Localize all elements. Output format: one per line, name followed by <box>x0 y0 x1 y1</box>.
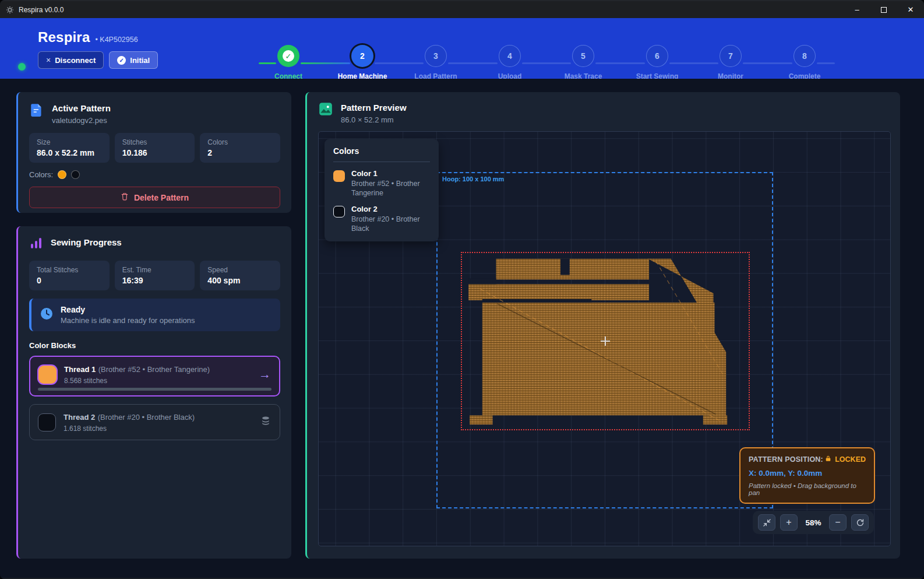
color-dot-black <box>71 170 80 179</box>
legend-title: Colors <box>333 146 430 162</box>
app-window: Respira v0.0.0 – ✕ Respira • K4P502956 ×… <box>0 0 924 579</box>
thread-row-1[interactable]: Thread 1 (Brother #52 • Brother Tangerin… <box>29 356 280 396</box>
reset-view-button[interactable] <box>851 514 869 531</box>
minimize-button[interactable]: – <box>844 1 870 18</box>
pattern-filename: valetudogv2.pes <box>52 116 111 125</box>
step-complete-circle: 8 <box>793 45 816 67</box>
step-mask-trace-circle: 5 <box>572 45 594 67</box>
file-icon <box>29 102 44 120</box>
pattern-position-label: PATTERN POSITION: <box>749 455 823 464</box>
app-header: Respira • K4P502956 × Disconnect ✓ Initi… <box>0 18 924 79</box>
titlebar: Respira v0.0.0 – ✕ <box>0 1 924 18</box>
step-home-machine[interactable]: 2 Home Machine <box>326 45 399 80</box>
bar-chart-icon <box>29 236 43 252</box>
hoop-label: Hoop: 100 x 100 mm <box>442 176 504 183</box>
active-pattern-title: Active Pattern <box>52 102 111 113</box>
image-icon <box>318 101 333 119</box>
arrow-right-icon: → <box>259 367 271 381</box>
pattern-preview-title: Pattern Preview <box>341 101 407 113</box>
step-upload[interactable]: 4 Upload <box>473 45 546 80</box>
connection-status-dot <box>18 63 26 71</box>
pattern-dimensions: 86.0 × 52.2 mm <box>341 115 407 124</box>
legend-swatch-black <box>333 206 345 217</box>
step-monitor[interactable]: 7 Monitor <box>694 45 767 80</box>
stat-total-stitches: Total Stitches 0 <box>29 261 110 290</box>
trash-icon <box>121 192 129 202</box>
sewing-progress-title: Sewing Progress <box>51 236 122 247</box>
status-title: Ready <box>61 305 195 314</box>
active-pattern-card: Active Pattern valetudogv2.pes Size 86.0… <box>16 92 291 213</box>
app-logo-icon <box>6 6 14 14</box>
thread-2-swatch <box>38 413 56 431</box>
step-start-sewing-circle: 6 <box>646 45 668 67</box>
step-upload-circle: 4 <box>499 45 521 67</box>
pattern-canvas[interactable]: Hoop: 100 x 100 mm <box>318 131 891 546</box>
step-start-sewing[interactable]: 6 Start Sewing <box>620 45 694 80</box>
thread-row-2[interactable]: Thread 2 (Brother #20 • Brother Black) 1… <box>29 404 280 440</box>
check-circle-icon: ✓ <box>117 56 126 65</box>
lock-icon <box>824 455 832 464</box>
step-load-pattern[interactable]: 3 Load Pattern <box>399 45 472 80</box>
stat-colors: Colors 2 <box>200 133 280 163</box>
color-dot-tangerine <box>58 170 66 179</box>
step-connect-circle: ✓ <box>277 45 299 67</box>
disconnect-label: Disconnect <box>55 56 96 65</box>
colors-label: Colors: <box>29 170 53 179</box>
pattern-coordinates: X: 0.0mm, Y: 0.0mm <box>749 469 866 478</box>
maximize-button[interactable] <box>870 1 897 18</box>
lock-status: LOCKED <box>835 455 866 464</box>
step-complete[interactable]: 8 Complete <box>768 45 841 80</box>
pattern-center-crosshair <box>601 336 610 346</box>
layers-stack-icon <box>260 415 271 429</box>
status-subtitle: Machine is idle and ready for operations <box>61 316 195 325</box>
stat-size: Size 86.0 x 52.2 mm <box>29 133 110 163</box>
delete-pattern-label: Delete Pattern <box>134 193 189 202</box>
stat-est-time: Est. Time 16:39 <box>115 261 195 290</box>
thread-1-swatch <box>38 366 57 384</box>
step-load-pattern-circle: 3 <box>425 45 447 67</box>
disconnect-x-icon: × <box>46 55 51 65</box>
window-title: Respira v0.0.0 <box>19 6 64 14</box>
zoom-in-button[interactable]: + <box>780 514 798 531</box>
stat-stitches: Stitches 10.186 <box>115 133 195 163</box>
legend-entry-color-1: Color 1 Brother #52 • Brother Tangerine <box>333 169 430 198</box>
step-mask-trace[interactable]: 5 Mask Trace <box>546 45 620 80</box>
zoom-toolbar: + 58% − <box>753 511 874 534</box>
sewing-progress-card: Sewing Progress Total Stitches 0 Est. Ti… <box>16 226 291 559</box>
legend-entry-color-2: Color 2 Brother #20 • Brother Black <box>333 205 430 233</box>
machine-status-banner: Ready Machine is idle and ready for oper… <box>29 299 280 331</box>
initial-button[interactable]: ✓ Initial <box>109 51 158 69</box>
colors-legend: Colors Color 1 Brother #52 • Brother Tan… <box>325 139 439 241</box>
maximize-icon <box>881 7 887 13</box>
thread-1-progress-bar <box>38 388 271 391</box>
pattern-position-overlay: PATTERN POSITION: LOCKED X: 0.0mm, Y: 0.… <box>739 447 875 504</box>
step-connect[interactable]: ✓ Connect <box>252 45 325 80</box>
pattern-position-hint: Pattern locked • Drag background to pan <box>749 482 866 496</box>
close-button[interactable]: ✕ <box>897 1 924 18</box>
pattern-preview-card: Pattern Preview 86.0 × 52.2 mm Hoop: 100… <box>305 92 900 559</box>
fit-to-view-button[interactable] <box>758 514 775 531</box>
clock-icon <box>40 307 54 323</box>
brand-title: Respira <box>38 29 90 45</box>
main-content: Active Pattern valetudogv2.pes Size 86.0… <box>0 79 924 579</box>
machine-serial: • K4P502956 <box>95 36 137 44</box>
step-complete-check-icon: ✓ <box>283 50 294 62</box>
zoom-out-button[interactable]: − <box>829 514 847 531</box>
step-monitor-circle: 7 <box>720 45 742 67</box>
disconnect-button[interactable]: × Disconnect <box>38 51 104 69</box>
color-blocks-label: Color Blocks <box>29 341 280 350</box>
zoom-level: 58% <box>802 518 824 527</box>
initial-label: Initial <box>130 56 150 65</box>
legend-swatch-tangerine <box>333 170 345 182</box>
delete-pattern-button[interactable]: Delete Pattern <box>29 187 280 208</box>
step-home-machine-circle: 2 <box>351 45 373 67</box>
stat-speed: Speed 400 spm <box>200 261 280 290</box>
